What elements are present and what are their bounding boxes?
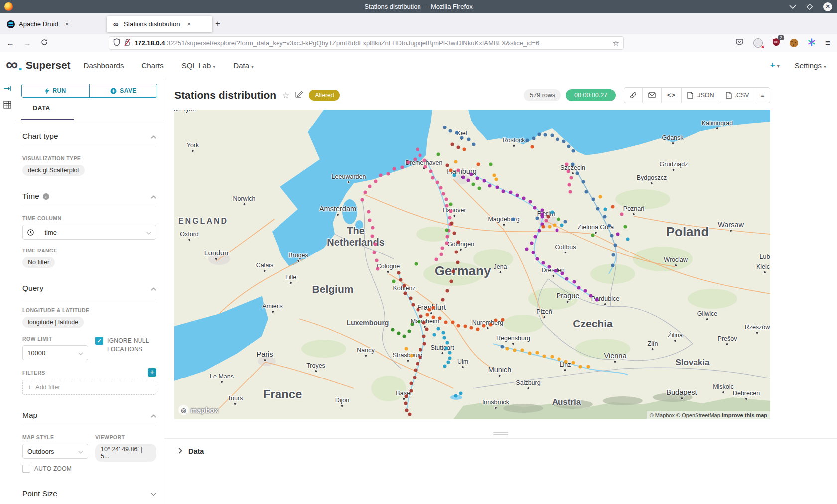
add-filter-plus-button[interactable]: +: [148, 368, 156, 377]
extension-disabled-icon[interactable]: [753, 38, 763, 48]
results-collapse-header[interactable]: Data: [164, 438, 837, 456]
time-column-select[interactable]: __time: [22, 225, 156, 240]
superset-brand[interactable]: ∞. Superset: [6, 58, 71, 73]
station-point: [462, 176, 465, 179]
url-text[interactable]: 172.18.0.4:32251/superset/explore/?form_…: [135, 39, 613, 47]
station-point: [403, 284, 406, 288]
settings-menu[interactable]: Settings▾: [795, 61, 826, 70]
chevron-up-icon[interactable]: [151, 132, 156, 141]
notification-badge: 2: [778, 35, 784, 40]
chevron-up-icon[interactable]: [151, 284, 156, 293]
checkbox-checked-icon[interactable]: ✓: [95, 337, 103, 345]
station-point: [599, 195, 602, 199]
results-data-label: Data: [188, 447, 204, 455]
tab-apache-druid[interactable]: Apache Druid ×: [2, 16, 107, 32]
chart-menu-button[interactable]: ≡: [755, 88, 770, 103]
tab-close-icon[interactable]: ×: [187, 20, 191, 28]
window-close-button[interactable]: ✕: [823, 2, 832, 11]
reload-button[interactable]: [38, 37, 51, 50]
station-point: [368, 218, 372, 222]
auto-zoom-checkbox-row[interactable]: AUTO ZOOM: [22, 465, 88, 473]
station-point: [422, 342, 426, 345]
tab-stations-distribution[interactable]: ∞ Stations distribution ×: [107, 16, 212, 32]
station-point: [572, 361, 575, 365]
add-filter-input[interactable]: + Add filter: [22, 380, 156, 395]
add-new-button[interactable]: +▾: [770, 60, 780, 70]
checkbox-unchecked-icon[interactable]: [22, 465, 30, 473]
tab-bar: Apache Druid × ∞ Stations distribution ×…: [0, 13, 837, 34]
dataset-grid-icon[interactable]: [3, 101, 15, 111]
time-range-value[interactable]: No filter: [22, 257, 55, 268]
viz-type-value[interactable]: deck.gl Scatterplot: [22, 165, 85, 176]
nav-sql-lab[interactable]: SQL Lab▾: [182, 61, 216, 70]
collapse-panel-icon[interactable]: [3, 85, 15, 94]
section-point-size[interactable]: Point Size: [22, 488, 156, 499]
section-map[interactable]: Map: [22, 410, 156, 421]
cookie-extension-icon[interactable]: [790, 39, 798, 47]
section-chart-type[interactable]: Chart type: [22, 131, 156, 142]
chevron-up-icon[interactable]: [151, 411, 156, 420]
station-point: [467, 137, 471, 141]
insecure-lock-icon[interactable]: [124, 38, 131, 48]
station-point: [536, 217, 539, 220]
station-point: [372, 251, 376, 254]
save-button[interactable]: SAVE: [89, 84, 157, 97]
forward-button[interactable]: →: [21, 37, 34, 50]
nav-dashboards[interactable]: Dashboards: [84, 61, 124, 70]
station-point: [417, 320, 420, 324]
run-button[interactable]: RUN: [22, 84, 89, 97]
nav-charts[interactable]: Charts: [141, 61, 163, 70]
section-time[interactable]: Time i: [22, 191, 156, 202]
url-bar[interactable]: 172.18.0.4:32251/superset/explore/?form_…: [109, 36, 624, 50]
station-point: [457, 169, 460, 172]
improve-map-link[interactable]: Improve this map: [722, 412, 767, 418]
adblock-shield-icon[interactable]: uB 2: [772, 38, 780, 48]
ignore-null-checkbox-row[interactable]: ✓ IGNORE NULL LOCATIONS: [95, 337, 156, 354]
time-range-label: TIME RANGE: [22, 248, 156, 253]
station-point: [557, 218, 560, 221]
window-maximize-button[interactable]: [806, 3, 813, 10]
mapbox-logo[interactable]: ◎ mapbox: [178, 405, 218, 415]
map-style-select[interactable]: Outdoors: [22, 444, 88, 459]
embed-code-button[interactable]: <>: [661, 88, 681, 103]
shield-icon[interactable]: [113, 38, 120, 48]
file-x-icon: x: [726, 92, 732, 99]
bookmark-star-icon[interactable]: ☆: [613, 39, 619, 48]
window-minimize-button[interactable]: [789, 5, 796, 9]
section-query[interactable]: Query: [22, 283, 156, 294]
station-point: [596, 207, 599, 211]
csv-export-button[interactable]: x .CSV: [720, 88, 755, 103]
chevron-up-icon[interactable]: [151, 192, 156, 201]
back-button[interactable]: ←: [4, 37, 17, 50]
clock-icon: [27, 229, 34, 236]
tab-data[interactable]: DATA: [33, 105, 50, 112]
station-point: [439, 253, 443, 256]
share-link-button[interactable]: [624, 88, 642, 103]
json-export-button[interactable]: .JSON: [681, 88, 720, 103]
panel-resize-handle[interactable]: [493, 430, 508, 437]
lonlat-value[interactable]: longitude | latitude: [22, 317, 84, 328]
auto-zoom-label: AUTO ZOOM: [34, 465, 72, 473]
asterisk-extension-icon[interactable]: [808, 38, 816, 48]
pocket-icon[interactable]: [735, 38, 744, 48]
edit-properties-icon[interactable]: [295, 90, 303, 100]
station-point: [470, 326, 473, 330]
station-point: [595, 298, 598, 302]
browser-menu-icon[interactable]: ≡: [825, 38, 830, 48]
row-limit-select[interactable]: 10000: [22, 345, 88, 360]
station-point: [569, 190, 572, 194]
viewport-value[interactable]: 10° 24' 49.86" | 5...: [95, 444, 156, 462]
chevron-down-icon: ▾: [777, 63, 780, 69]
station-point: [397, 271, 401, 275]
map-canvas[interactable]: ENGLANDTheNetherlandsBelgiumFranceGerman…: [174, 110, 770, 419]
station-point: [363, 191, 367, 194]
station-point: [416, 362, 419, 365]
favorite-star-icon[interactable]: ☆: [282, 90, 289, 101]
chevron-down-icon[interactable]: [151, 489, 156, 498]
new-tab-button[interactable]: +: [211, 17, 224, 30]
tab-close-icon[interactable]: ×: [65, 20, 69, 28]
station-point: [586, 365, 590, 368]
email-button[interactable]: [642, 88, 661, 103]
station-point: [405, 347, 408, 351]
nav-data[interactable]: Data▾: [233, 61, 254, 70]
